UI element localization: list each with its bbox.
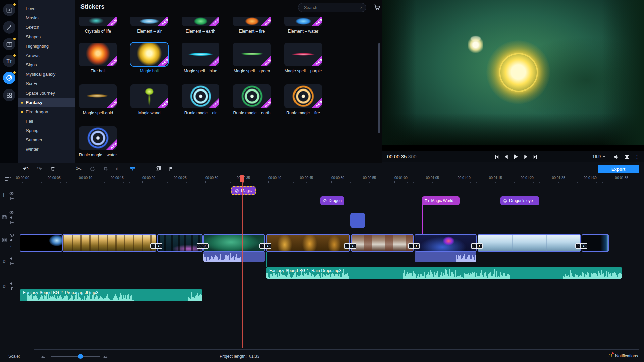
category-item[interactable]: Love <box>18 4 75 13</box>
sticker-tile[interactable]: NEW <box>233 84 271 108</box>
scale-slider-thumb[interactable] <box>78 354 83 359</box>
category-item[interactable]: Mystical galaxy <box>18 70 75 79</box>
rotate-button[interactable] <box>88 164 97 173</box>
sticker-clip[interactable]: Magic <box>231 186 256 195</box>
sticker-tile[interactable]: NEW <box>182 84 219 108</box>
overlay-track-visibility-icon[interactable] <box>9 210 14 215</box>
sticker-tile[interactable]: NEW <box>79 43 117 66</box>
overlay-track-volume-icon[interactable] <box>9 215 14 220</box>
sticker-clip[interactable]: Dragon's eye <box>500 196 539 205</box>
category-item[interactable]: Summer <box>18 135 75 145</box>
video-clip[interactable] <box>266 234 350 252</box>
video-track-volume-icon[interactable] <box>9 238 14 243</box>
audio-track2-volume-icon[interactable] <box>9 281 14 286</box>
overlay-track-link-icon[interactable] <box>9 220 14 225</box>
sticker-tile[interactable]: NEW <box>130 84 168 108</box>
sticker-tile[interactable]: NEW <box>182 17 219 26</box>
play-button[interactable] <box>512 153 519 160</box>
zoom-out-icon[interactable] <box>41 354 45 359</box>
clip-properties-button[interactable] <box>128 164 137 173</box>
title-clip[interactable]: TTMagic World <box>422 196 460 205</box>
category-item[interactable]: Winter <box>18 145 75 154</box>
sticker-tile[interactable]: NEW <box>233 17 271 26</box>
import-media-button[interactable] <box>3 4 15 16</box>
aspect-ratio-select[interactable]: 16:9 <box>592 154 606 159</box>
timeline-hscrollbar[interactable] <box>34 349 639 350</box>
stickers-button[interactable] <box>3 72 15 84</box>
category-item[interactable]: Highlighting <box>18 42 75 51</box>
category-item[interactable]: Sci-Fi <box>18 79 75 88</box>
sticker-tile[interactable]: NEW <box>284 43 322 66</box>
transition-badge[interactable]: › <box>575 243 587 249</box>
undo-button[interactable]: ↶ <box>21 164 31 173</box>
category-item[interactable]: Fantasy <box>18 98 75 107</box>
titles-button[interactable]: TT <box>3 55 15 67</box>
sticker-tile[interactable]: NEW <box>130 43 168 66</box>
skip-start-button[interactable] <box>493 153 500 160</box>
video-track-arrow-icon[interactable]: ← <box>9 243 14 248</box>
sticker-tile[interactable]: NEW <box>284 84 322 108</box>
audio-track1-volume-icon[interactable] <box>9 256 14 261</box>
transition-badge[interactable]: › <box>471 243 483 249</box>
redo-button[interactable]: ↷ <box>35 164 44 173</box>
video-clip[interactable] <box>20 234 62 252</box>
transition-badge[interactable]: › <box>344 243 356 249</box>
category-item[interactable]: Masks <box>18 13 75 23</box>
overlay-button[interactable] <box>154 164 163 173</box>
audio-track2-unlink-icon[interactable] <box>9 286 14 291</box>
track-options-icon[interactable] <box>4 176 11 182</box>
category-item[interactable]: Sketch <box>18 23 75 32</box>
title-track-visibility-icon[interactable] <box>9 191 14 196</box>
video-clip[interactable] <box>62 234 156 252</box>
zoom-in-icon[interactable] <box>103 354 108 359</box>
export-button[interactable]: Export <box>598 165 639 173</box>
transition-badge[interactable]: › <box>408 243 420 249</box>
sticker-tile[interactable]: NEW <box>182 43 219 66</box>
video-clip[interactable] <box>415 234 477 252</box>
filters-button[interactable] <box>3 21 15 34</box>
transitions-button[interactable] <box>3 38 15 50</box>
category-item[interactable]: Fall <box>18 117 75 126</box>
sticker-tile[interactable]: NEW <box>130 17 168 26</box>
sticker-tile[interactable]: NEW <box>233 43 271 66</box>
sticker-tile[interactable]: NEW <box>284 17 322 26</box>
transition-badge[interactable]: › <box>150 243 162 249</box>
transition-badge[interactable]: › <box>197 243 209 249</box>
video-clip[interactable] <box>351 234 414 252</box>
marker-button[interactable] <box>166 164 176 173</box>
linked-audio-waveform[interactable] <box>203 252 265 262</box>
video-clip[interactable] <box>203 234 265 252</box>
video-clip[interactable] <box>478 234 581 252</box>
category-item[interactable]: Space Journey <box>18 88 75 98</box>
sticker-tile[interactable]: NEW <box>79 84 117 108</box>
sticker-clip[interactable]: Dragon <box>320 196 344 205</box>
more-tools-button[interactable] <box>3 89 15 101</box>
title-track-link-icon[interactable] <box>9 196 14 201</box>
video-track-visibility-icon[interactable] <box>9 233 14 238</box>
audio-clip[interactable]: Fantasy-Sound-BG-1_Rain Drops.mp3 <box>266 267 622 279</box>
preview-menu-button[interactable]: ⋮ <box>633 153 641 160</box>
audio-clip[interactable]: Fantasy-Sound-BG-2_Preparing-JP.mp3 <box>20 289 202 301</box>
skip-end-button[interactable] <box>531 153 539 160</box>
notifications-button[interactable]: Notifications <box>608 353 638 359</box>
color-adjust-button[interactable]: ◐ <box>113 164 122 173</box>
sticker-tile[interactable]: NEW <box>79 126 117 150</box>
scale-slider-track[interactable] <box>51 356 100 357</box>
category-item[interactable]: Fire dragon <box>18 107 75 117</box>
transition-badge[interactable]: › <box>259 243 271 249</box>
category-item[interactable]: Arrows <box>18 51 75 60</box>
linked-audio-waveform[interactable] <box>415 252 476 262</box>
prev-frame-button[interactable] <box>502 153 510 160</box>
video-clip[interactable] <box>157 234 203 252</box>
delete-button[interactable] <box>48 164 57 173</box>
shape-overlay-clip[interactable] <box>350 213 365 228</box>
panel-scrollbar[interactable] <box>378 43 380 133</box>
category-item[interactable]: Signs <box>18 60 75 70</box>
category-item[interactable]: Shapes <box>18 32 75 42</box>
sticker-tile[interactable]: NEW <box>79 17 117 26</box>
category-item[interactable]: Spring <box>18 126 75 135</box>
audio-track1-link-icon[interactable] <box>9 261 14 266</box>
snapshot-button[interactable] <box>623 153 631 160</box>
playhead-marker[interactable] <box>240 175 244 182</box>
split-button[interactable]: ✂ <box>74 164 84 173</box>
